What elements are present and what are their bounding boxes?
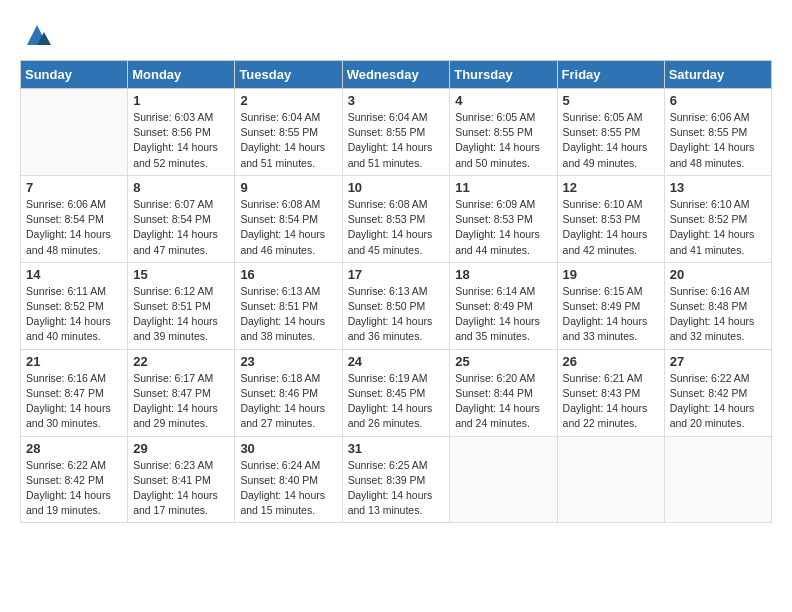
day-info: Sunrise: 6:03 AMSunset: 8:56 PMDaylight:…: [133, 110, 229, 171]
calendar-cell: 4Sunrise: 6:05 AMSunset: 8:55 PMDaylight…: [450, 89, 557, 176]
calendar-cell: 3Sunrise: 6:04 AMSunset: 8:55 PMDaylight…: [342, 89, 450, 176]
day-number: 22: [133, 354, 229, 369]
calendar-week-row: 7Sunrise: 6:06 AMSunset: 8:54 PMDaylight…: [21, 175, 772, 262]
day-number: 28: [26, 441, 122, 456]
calendar-cell: [664, 436, 771, 523]
day-number: 12: [563, 180, 659, 195]
day-info: Sunrise: 6:16 AMSunset: 8:47 PMDaylight:…: [26, 371, 122, 432]
day-number: 21: [26, 354, 122, 369]
day-number: 7: [26, 180, 122, 195]
day-info: Sunrise: 6:23 AMSunset: 8:41 PMDaylight:…: [133, 458, 229, 519]
day-info: Sunrise: 6:17 AMSunset: 8:47 PMDaylight:…: [133, 371, 229, 432]
day-info: Sunrise: 6:08 AMSunset: 8:53 PMDaylight:…: [348, 197, 445, 258]
day-number: 30: [240, 441, 336, 456]
calendar-header-monday: Monday: [128, 61, 235, 89]
calendar-cell: 13Sunrise: 6:10 AMSunset: 8:52 PMDayligh…: [664, 175, 771, 262]
day-info: Sunrise: 6:08 AMSunset: 8:54 PMDaylight:…: [240, 197, 336, 258]
day-number: 23: [240, 354, 336, 369]
calendar-table: SundayMondayTuesdayWednesdayThursdayFrid…: [20, 60, 772, 523]
calendar-cell: [450, 436, 557, 523]
calendar-header-tuesday: Tuesday: [235, 61, 342, 89]
calendar-cell: 15Sunrise: 6:12 AMSunset: 8:51 PMDayligh…: [128, 262, 235, 349]
day-info: Sunrise: 6:13 AMSunset: 8:50 PMDaylight:…: [348, 284, 445, 345]
day-number: 1: [133, 93, 229, 108]
day-info: Sunrise: 6:10 AMSunset: 8:53 PMDaylight:…: [563, 197, 659, 258]
day-info: Sunrise: 6:10 AMSunset: 8:52 PMDaylight:…: [670, 197, 766, 258]
day-info: Sunrise: 6:19 AMSunset: 8:45 PMDaylight:…: [348, 371, 445, 432]
calendar-cell: [557, 436, 664, 523]
day-number: 15: [133, 267, 229, 282]
day-number: 25: [455, 354, 551, 369]
calendar-body: 1Sunrise: 6:03 AMSunset: 8:56 PMDaylight…: [21, 89, 772, 523]
day-info: Sunrise: 6:13 AMSunset: 8:51 PMDaylight:…: [240, 284, 336, 345]
day-info: Sunrise: 6:14 AMSunset: 8:49 PMDaylight:…: [455, 284, 551, 345]
day-number: 26: [563, 354, 659, 369]
calendar-header-friday: Friday: [557, 61, 664, 89]
day-info: Sunrise: 6:25 AMSunset: 8:39 PMDaylight:…: [348, 458, 445, 519]
calendar-week-row: 21Sunrise: 6:16 AMSunset: 8:47 PMDayligh…: [21, 349, 772, 436]
day-number: 13: [670, 180, 766, 195]
calendar-header-wednesday: Wednesday: [342, 61, 450, 89]
day-info: Sunrise: 6:15 AMSunset: 8:49 PMDaylight:…: [563, 284, 659, 345]
day-number: 3: [348, 93, 445, 108]
calendar-cell: 24Sunrise: 6:19 AMSunset: 8:45 PMDayligh…: [342, 349, 450, 436]
day-number: 20: [670, 267, 766, 282]
day-info: Sunrise: 6:06 AMSunset: 8:55 PMDaylight:…: [670, 110, 766, 171]
day-info: Sunrise: 6:04 AMSunset: 8:55 PMDaylight:…: [240, 110, 336, 171]
calendar-cell: 9Sunrise: 6:08 AMSunset: 8:54 PMDaylight…: [235, 175, 342, 262]
logo: [20, 20, 52, 50]
calendar-cell: 29Sunrise: 6:23 AMSunset: 8:41 PMDayligh…: [128, 436, 235, 523]
calendar-cell: 17Sunrise: 6:13 AMSunset: 8:50 PMDayligh…: [342, 262, 450, 349]
day-number: 24: [348, 354, 445, 369]
day-info: Sunrise: 6:16 AMSunset: 8:48 PMDaylight:…: [670, 284, 766, 345]
calendar-cell: 27Sunrise: 6:22 AMSunset: 8:42 PMDayligh…: [664, 349, 771, 436]
calendar-week-row: 1Sunrise: 6:03 AMSunset: 8:56 PMDaylight…: [21, 89, 772, 176]
day-number: 16: [240, 267, 336, 282]
day-number: 29: [133, 441, 229, 456]
day-number: 17: [348, 267, 445, 282]
calendar-header-row: SundayMondayTuesdayWednesdayThursdayFrid…: [21, 61, 772, 89]
calendar-cell: 8Sunrise: 6:07 AMSunset: 8:54 PMDaylight…: [128, 175, 235, 262]
calendar-header-sunday: Sunday: [21, 61, 128, 89]
day-number: 19: [563, 267, 659, 282]
calendar-cell: 2Sunrise: 6:04 AMSunset: 8:55 PMDaylight…: [235, 89, 342, 176]
day-info: Sunrise: 6:11 AMSunset: 8:52 PMDaylight:…: [26, 284, 122, 345]
calendar-cell: 28Sunrise: 6:22 AMSunset: 8:42 PMDayligh…: [21, 436, 128, 523]
day-info: Sunrise: 6:24 AMSunset: 8:40 PMDaylight:…: [240, 458, 336, 519]
calendar-cell: 16Sunrise: 6:13 AMSunset: 8:51 PMDayligh…: [235, 262, 342, 349]
calendar-cell: 14Sunrise: 6:11 AMSunset: 8:52 PMDayligh…: [21, 262, 128, 349]
day-info: Sunrise: 6:20 AMSunset: 8:44 PMDaylight:…: [455, 371, 551, 432]
calendar-cell: [21, 89, 128, 176]
day-info: Sunrise: 6:06 AMSunset: 8:54 PMDaylight:…: [26, 197, 122, 258]
day-number: 18: [455, 267, 551, 282]
calendar-cell: 23Sunrise: 6:18 AMSunset: 8:46 PMDayligh…: [235, 349, 342, 436]
calendar-cell: 22Sunrise: 6:17 AMSunset: 8:47 PMDayligh…: [128, 349, 235, 436]
calendar-week-row: 28Sunrise: 6:22 AMSunset: 8:42 PMDayligh…: [21, 436, 772, 523]
calendar-cell: 30Sunrise: 6:24 AMSunset: 8:40 PMDayligh…: [235, 436, 342, 523]
day-number: 11: [455, 180, 551, 195]
calendar-cell: 5Sunrise: 6:05 AMSunset: 8:55 PMDaylight…: [557, 89, 664, 176]
day-info: Sunrise: 6:21 AMSunset: 8:43 PMDaylight:…: [563, 371, 659, 432]
day-number: 2: [240, 93, 336, 108]
day-number: 27: [670, 354, 766, 369]
day-number: 10: [348, 180, 445, 195]
day-info: Sunrise: 6:05 AMSunset: 8:55 PMDaylight:…: [563, 110, 659, 171]
day-info: Sunrise: 6:18 AMSunset: 8:46 PMDaylight:…: [240, 371, 336, 432]
day-number: 9: [240, 180, 336, 195]
calendar-cell: 21Sunrise: 6:16 AMSunset: 8:47 PMDayligh…: [21, 349, 128, 436]
calendar-cell: 1Sunrise: 6:03 AMSunset: 8:56 PMDaylight…: [128, 89, 235, 176]
calendar-header-thursday: Thursday: [450, 61, 557, 89]
day-info: Sunrise: 6:05 AMSunset: 8:55 PMDaylight:…: [455, 110, 551, 171]
day-info: Sunrise: 6:22 AMSunset: 8:42 PMDaylight:…: [670, 371, 766, 432]
day-info: Sunrise: 6:12 AMSunset: 8:51 PMDaylight:…: [133, 284, 229, 345]
day-number: 8: [133, 180, 229, 195]
calendar-header-saturday: Saturday: [664, 61, 771, 89]
calendar-cell: 6Sunrise: 6:06 AMSunset: 8:55 PMDaylight…: [664, 89, 771, 176]
calendar-cell: 11Sunrise: 6:09 AMSunset: 8:53 PMDayligh…: [450, 175, 557, 262]
calendar-cell: 18Sunrise: 6:14 AMSunset: 8:49 PMDayligh…: [450, 262, 557, 349]
day-number: 6: [670, 93, 766, 108]
calendar-cell: 12Sunrise: 6:10 AMSunset: 8:53 PMDayligh…: [557, 175, 664, 262]
day-number: 14: [26, 267, 122, 282]
day-info: Sunrise: 6:07 AMSunset: 8:54 PMDaylight:…: [133, 197, 229, 258]
calendar-week-row: 14Sunrise: 6:11 AMSunset: 8:52 PMDayligh…: [21, 262, 772, 349]
